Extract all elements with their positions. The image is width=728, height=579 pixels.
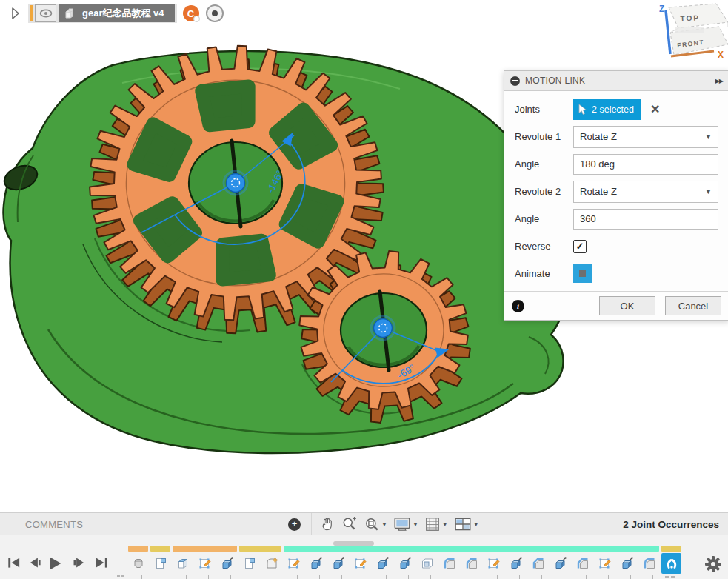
viewports-button[interactable]: ▼ — [453, 515, 481, 534]
grid-icon — [424, 516, 441, 532]
timeline-tick — [453, 575, 453, 579]
timeline-item-extrude[interactable] — [217, 553, 237, 574]
angle1-input[interactable] — [573, 154, 718, 175]
timeline-tick — [230, 575, 231, 579]
timeline-item-sketch[interactable] — [195, 553, 215, 574]
large-gear-spoke-hole — [222, 241, 269, 280]
eye-icon — [39, 9, 53, 18]
timeline-dash — [117, 575, 120, 577]
dialog-expand-icon[interactable]: ▶▶ — [715, 78, 723, 84]
timeline-tick — [564, 575, 564, 579]
timeline-item-extrude[interactable] — [506, 553, 526, 574]
timeline-item-extrude[interactable] — [373, 553, 393, 574]
timeline-tick — [275, 575, 275, 579]
document-tab[interactable]: gear纪念品教程 v4 — [59, 4, 175, 22]
viewcube-top-label: TOP — [680, 13, 700, 22]
timeline-dash — [671, 576, 675, 578]
timeline-item-sketch[interactable] — [595, 553, 615, 574]
add-comment-button[interactable]: + — [288, 518, 301, 531]
timeline-item-plane[interactable] — [239, 553, 259, 574]
timeline-group-bar[interactable] — [150, 546, 170, 552]
comments-panel-header[interactable]: COMMENTS + — [0, 513, 312, 535]
zoom-tool-button[interactable] — [340, 515, 359, 534]
zoom-window-icon — [364, 516, 380, 532]
document-title: gear纪念品教程 v4 — [82, 7, 164, 20]
timeline-item-fillet[interactable] — [439, 553, 459, 574]
timeline-group-bar[interactable] — [239, 546, 281, 552]
chevron-down-icon: ▼ — [473, 521, 479, 528]
stop-icon — [579, 270, 586, 277]
revolute1-dropdown[interactable]: Rotate Z ▼ — [573, 126, 718, 148]
joint-occurrences-status: 2 Joint Occurrences — [623, 519, 719, 530]
timeline-group-bar[interactable] — [661, 546, 681, 552]
record-indicator-icon[interactable] — [206, 4, 224, 22]
info-icon[interactable]: i — [512, 300, 524, 312]
fusion-app-window: -146°-69° gear纪念品教程 v4 — [0, 0, 728, 579]
timeline-tick — [430, 575, 431, 579]
timeline-item-chamfer[interactable] — [572, 553, 592, 574]
timeline-scrollbar[interactable] — [333, 541, 374, 546]
timeline-item-chamfer[interactable] — [528, 553, 548, 574]
timeline-item-sketch[interactable] — [350, 553, 370, 574]
timeline-item-component[interactable] — [261, 553, 281, 574]
joints-selection-button[interactable]: 2 selected — [573, 99, 641, 120]
monitor-icon — [393, 516, 411, 532]
navigation-toolbar: ▼ ▼ ▼ — [318, 515, 481, 534]
timeline-item-boundary[interactable] — [417, 553, 437, 574]
fit-tool-button[interactable]: ▼ — [362, 515, 389, 534]
timeline-item-extrude[interactable] — [328, 553, 348, 574]
pan-tool-button[interactable] — [318, 515, 337, 534]
x-axis-label: X — [718, 50, 724, 60]
browser-expand-arrow[interactable] — [10, 7, 21, 20]
timeline-item-extrude[interactable] — [550, 553, 570, 574]
angle2-input[interactable] — [573, 209, 718, 230]
timeline-bar — [0, 535, 728, 579]
timeline-item-extrude[interactable] — [617, 553, 637, 574]
visibility-button[interactable] — [35, 4, 56, 22]
grid-settings-button[interactable]: ▼ — [423, 515, 450, 534]
timeline-settings-gear-icon[interactable] — [704, 555, 723, 574]
viewcube[interactable]: TOP FRONT Z X — [644, 0, 728, 67]
timeline-item-extrude[interactable] — [306, 553, 326, 574]
status-bar: COMMENTS + — [0, 512, 728, 536]
reverse-checkbox[interactable]: ✓ — [573, 240, 587, 253]
ok-button[interactable]: OK — [599, 296, 655, 315]
chevron-down-icon: ▼ — [705, 188, 712, 195]
collaborator-badge[interactable]: C — [183, 5, 199, 21]
timeline-tick — [386, 575, 387, 579]
timeline-item-extrude[interactable] — [395, 553, 415, 574]
z-axis-line — [666, 10, 670, 54]
timeline-tick — [141, 575, 142, 579]
comments-label: COMMENTS — [25, 519, 83, 530]
timeline-item-chamfer[interactable] — [461, 553, 481, 574]
large-gear-spoke-hole — [201, 86, 248, 125]
revolute2-dropdown[interactable]: Rotate Z ▼ — [573, 181, 718, 203]
timeline-item-sketch[interactable] — [484, 553, 504, 574]
angle2-label: Angle — [515, 213, 573, 224]
timeline-item-plane[interactable] — [150, 553, 170, 574]
joint-marker-large[interactable] — [227, 174, 245, 193]
timeline-group-bar[interactable] — [173, 546, 237, 552]
revolute1-label: Revolute 1 — [515, 131, 573, 142]
timeline-group-bar[interactable] — [128, 546, 148, 552]
timeline-tick — [164, 575, 164, 579]
timeline-tick — [497, 575, 498, 579]
dialog-grip-icon[interactable] — [510, 76, 520, 86]
timeline-item-box[interactable] — [173, 553, 193, 574]
timeline-item-fillet[interactable] — [639, 553, 659, 574]
display-settings-button[interactable]: ▼ — [392, 515, 420, 534]
revolute2-label: Revolute 2 — [515, 186, 573, 197]
timeline-item-joint[interactable] — [661, 553, 681, 574]
timeline-tick — [608, 575, 609, 579]
animate-stop-button[interactable] — [573, 264, 592, 283]
timeline-item-sketch[interactable] — [284, 553, 304, 574]
cancel-button[interactable]: Cancel — [665, 296, 721, 315]
document-toolbar: gear纪念品教程 v4 C — [0, 0, 224, 27]
chevron-down-icon: ▼ — [413, 521, 418, 528]
joint-marker-small[interactable] — [374, 319, 393, 338]
dialog-header[interactable]: MOTION LINK ▶▶ — [504, 71, 728, 91]
clear-selection-icon[interactable]: ✕ — [650, 104, 660, 116]
timeline-item-base[interactable] — [128, 553, 148, 574]
timeline-tick — [297, 575, 298, 579]
timeline-group-bar[interactable] — [284, 546, 659, 552]
